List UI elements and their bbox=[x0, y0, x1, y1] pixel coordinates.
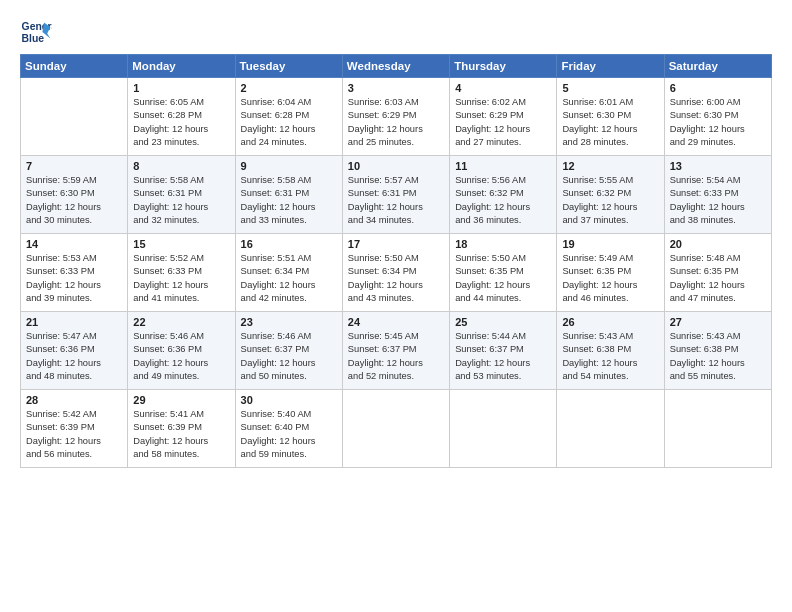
day-number: 29 bbox=[133, 394, 230, 406]
day-content: Sunrise: 5:58 AM Sunset: 6:31 PM Dayligh… bbox=[133, 174, 230, 228]
day-content: Sunrise: 5:43 AM Sunset: 6:38 PM Dayligh… bbox=[562, 330, 659, 384]
day-number: 5 bbox=[562, 82, 659, 94]
day-content: Sunrise: 5:48 AM Sunset: 6:35 PM Dayligh… bbox=[670, 252, 767, 306]
day-content: Sunrise: 5:59 AM Sunset: 6:30 PM Dayligh… bbox=[26, 174, 123, 228]
day-number: 3 bbox=[348, 82, 445, 94]
day-number: 10 bbox=[348, 160, 445, 172]
day-number: 6 bbox=[670, 82, 767, 94]
calendar-cell: 16Sunrise: 5:51 AM Sunset: 6:34 PM Dayli… bbox=[235, 234, 342, 312]
day-content: Sunrise: 5:57 AM Sunset: 6:31 PM Dayligh… bbox=[348, 174, 445, 228]
calendar-cell: 30Sunrise: 5:40 AM Sunset: 6:40 PM Dayli… bbox=[235, 390, 342, 468]
day-number: 14 bbox=[26, 238, 123, 250]
calendar-cell: 19Sunrise: 5:49 AM Sunset: 6:35 PM Dayli… bbox=[557, 234, 664, 312]
header: General Blue bbox=[20, 16, 772, 48]
day-content: Sunrise: 6:03 AM Sunset: 6:29 PM Dayligh… bbox=[348, 96, 445, 150]
calendar-cell: 10Sunrise: 5:57 AM Sunset: 6:31 PM Dayli… bbox=[342, 156, 449, 234]
page: General Blue SundayMondayTuesdayWednesda… bbox=[0, 0, 792, 612]
col-header-monday: Monday bbox=[128, 55, 235, 78]
calendar-cell: 27Sunrise: 5:43 AM Sunset: 6:38 PM Dayli… bbox=[664, 312, 771, 390]
calendar-cell: 26Sunrise: 5:43 AM Sunset: 6:38 PM Dayli… bbox=[557, 312, 664, 390]
logo-icon: General Blue bbox=[20, 16, 52, 48]
day-number: 12 bbox=[562, 160, 659, 172]
day-number: 22 bbox=[133, 316, 230, 328]
day-content: Sunrise: 5:51 AM Sunset: 6:34 PM Dayligh… bbox=[241, 252, 338, 306]
calendar-cell bbox=[557, 390, 664, 468]
calendar-cell: 15Sunrise: 5:52 AM Sunset: 6:33 PM Dayli… bbox=[128, 234, 235, 312]
logo: General Blue bbox=[20, 16, 56, 48]
calendar-cell bbox=[21, 78, 128, 156]
day-number: 27 bbox=[670, 316, 767, 328]
calendar-cell: 9Sunrise: 5:58 AM Sunset: 6:31 PM Daylig… bbox=[235, 156, 342, 234]
day-content: Sunrise: 5:50 AM Sunset: 6:34 PM Dayligh… bbox=[348, 252, 445, 306]
col-header-tuesday: Tuesday bbox=[235, 55, 342, 78]
header-row: SundayMondayTuesdayWednesdayThursdayFrid… bbox=[21, 55, 772, 78]
day-content: Sunrise: 5:46 AM Sunset: 6:36 PM Dayligh… bbox=[133, 330, 230, 384]
day-number: 30 bbox=[241, 394, 338, 406]
day-content: Sunrise: 5:50 AM Sunset: 6:35 PM Dayligh… bbox=[455, 252, 552, 306]
day-content: Sunrise: 6:04 AM Sunset: 6:28 PM Dayligh… bbox=[241, 96, 338, 150]
day-content: Sunrise: 5:47 AM Sunset: 6:36 PM Dayligh… bbox=[26, 330, 123, 384]
week-row-3: 14Sunrise: 5:53 AM Sunset: 6:33 PM Dayli… bbox=[21, 234, 772, 312]
calendar-table: SundayMondayTuesdayWednesdayThursdayFrid… bbox=[20, 54, 772, 468]
day-content: Sunrise: 5:58 AM Sunset: 6:31 PM Dayligh… bbox=[241, 174, 338, 228]
day-content: Sunrise: 5:45 AM Sunset: 6:37 PM Dayligh… bbox=[348, 330, 445, 384]
day-number: 25 bbox=[455, 316, 552, 328]
day-number: 28 bbox=[26, 394, 123, 406]
day-content: Sunrise: 5:49 AM Sunset: 6:35 PM Dayligh… bbox=[562, 252, 659, 306]
day-number: 23 bbox=[241, 316, 338, 328]
calendar-cell: 12Sunrise: 5:55 AM Sunset: 6:32 PM Dayli… bbox=[557, 156, 664, 234]
day-content: Sunrise: 5:46 AM Sunset: 6:37 PM Dayligh… bbox=[241, 330, 338, 384]
day-number: 16 bbox=[241, 238, 338, 250]
calendar-cell: 8Sunrise: 5:58 AM Sunset: 6:31 PM Daylig… bbox=[128, 156, 235, 234]
day-number: 19 bbox=[562, 238, 659, 250]
day-content: Sunrise: 6:05 AM Sunset: 6:28 PM Dayligh… bbox=[133, 96, 230, 150]
calendar-cell: 22Sunrise: 5:46 AM Sunset: 6:36 PM Dayli… bbox=[128, 312, 235, 390]
col-header-sunday: Sunday bbox=[21, 55, 128, 78]
calendar-cell: 6Sunrise: 6:00 AM Sunset: 6:30 PM Daylig… bbox=[664, 78, 771, 156]
day-number: 21 bbox=[26, 316, 123, 328]
calendar-cell: 28Sunrise: 5:42 AM Sunset: 6:39 PM Dayli… bbox=[21, 390, 128, 468]
calendar-cell: 20Sunrise: 5:48 AM Sunset: 6:35 PM Dayli… bbox=[664, 234, 771, 312]
calendar-cell: 24Sunrise: 5:45 AM Sunset: 6:37 PM Dayli… bbox=[342, 312, 449, 390]
calendar-cell bbox=[450, 390, 557, 468]
calendar-cell: 29Sunrise: 5:41 AM Sunset: 6:39 PM Dayli… bbox=[128, 390, 235, 468]
calendar-cell: 14Sunrise: 5:53 AM Sunset: 6:33 PM Dayli… bbox=[21, 234, 128, 312]
calendar-cell: 2Sunrise: 6:04 AM Sunset: 6:28 PM Daylig… bbox=[235, 78, 342, 156]
calendar-cell: 7Sunrise: 5:59 AM Sunset: 6:30 PM Daylig… bbox=[21, 156, 128, 234]
day-number: 7 bbox=[26, 160, 123, 172]
day-content: Sunrise: 5:42 AM Sunset: 6:39 PM Dayligh… bbox=[26, 408, 123, 462]
week-row-5: 28Sunrise: 5:42 AM Sunset: 6:39 PM Dayli… bbox=[21, 390, 772, 468]
calendar-cell: 11Sunrise: 5:56 AM Sunset: 6:32 PM Dayli… bbox=[450, 156, 557, 234]
calendar-cell: 17Sunrise: 5:50 AM Sunset: 6:34 PM Dayli… bbox=[342, 234, 449, 312]
day-number: 2 bbox=[241, 82, 338, 94]
day-content: Sunrise: 5:52 AM Sunset: 6:33 PM Dayligh… bbox=[133, 252, 230, 306]
day-content: Sunrise: 5:43 AM Sunset: 6:38 PM Dayligh… bbox=[670, 330, 767, 384]
day-content: Sunrise: 5:40 AM Sunset: 6:40 PM Dayligh… bbox=[241, 408, 338, 462]
day-content: Sunrise: 5:56 AM Sunset: 6:32 PM Dayligh… bbox=[455, 174, 552, 228]
day-number: 17 bbox=[348, 238, 445, 250]
week-row-4: 21Sunrise: 5:47 AM Sunset: 6:36 PM Dayli… bbox=[21, 312, 772, 390]
col-header-wednesday: Wednesday bbox=[342, 55, 449, 78]
calendar-cell: 25Sunrise: 5:44 AM Sunset: 6:37 PM Dayli… bbox=[450, 312, 557, 390]
day-number: 1 bbox=[133, 82, 230, 94]
calendar-cell: 1Sunrise: 6:05 AM Sunset: 6:28 PM Daylig… bbox=[128, 78, 235, 156]
day-content: Sunrise: 5:54 AM Sunset: 6:33 PM Dayligh… bbox=[670, 174, 767, 228]
day-content: Sunrise: 6:02 AM Sunset: 6:29 PM Dayligh… bbox=[455, 96, 552, 150]
day-number: 11 bbox=[455, 160, 552, 172]
day-number: 20 bbox=[670, 238, 767, 250]
calendar-cell: 13Sunrise: 5:54 AM Sunset: 6:33 PM Dayli… bbox=[664, 156, 771, 234]
day-content: Sunrise: 5:55 AM Sunset: 6:32 PM Dayligh… bbox=[562, 174, 659, 228]
day-number: 8 bbox=[133, 160, 230, 172]
day-content: Sunrise: 6:01 AM Sunset: 6:30 PM Dayligh… bbox=[562, 96, 659, 150]
col-header-thursday: Thursday bbox=[450, 55, 557, 78]
col-header-saturday: Saturday bbox=[664, 55, 771, 78]
calendar-cell bbox=[664, 390, 771, 468]
calendar-cell: 18Sunrise: 5:50 AM Sunset: 6:35 PM Dayli… bbox=[450, 234, 557, 312]
col-header-friday: Friday bbox=[557, 55, 664, 78]
day-number: 15 bbox=[133, 238, 230, 250]
day-content: Sunrise: 5:44 AM Sunset: 6:37 PM Dayligh… bbox=[455, 330, 552, 384]
day-number: 9 bbox=[241, 160, 338, 172]
day-number: 26 bbox=[562, 316, 659, 328]
calendar-cell bbox=[342, 390, 449, 468]
calendar-cell: 3Sunrise: 6:03 AM Sunset: 6:29 PM Daylig… bbox=[342, 78, 449, 156]
